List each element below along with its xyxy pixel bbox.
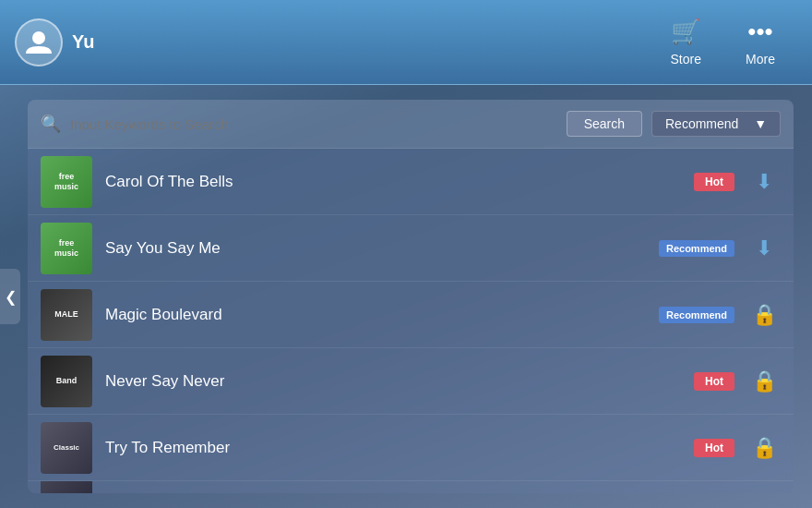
song-list: freemusic Carol Of The Bells Hot ⬇ freem… [28, 149, 794, 493]
download-icon[interactable]: ⬇ [747, 232, 781, 265]
more-icon: ••• [747, 18, 772, 46]
svg-point-0 [32, 31, 45, 44]
hot-badge: Hot [694, 372, 734, 391]
table-row: Classic Try To Remember Hot 🔒 [28, 415, 794, 481]
download-icon[interactable]: ⬇ [747, 165, 781, 199]
left-arrow[interactable]: ❮ [0, 269, 20, 324]
header: Yu 🛒 Store ••• More [0, 0, 812, 85]
table-row: freemusic Carol Of The Bells Hot ⬇ [28, 149, 794, 215]
more-button[interactable]: ••• More [723, 8, 797, 76]
song-thumbnail-partial [41, 481, 92, 493]
lock-icon[interactable]: 🔒 [747, 298, 781, 332]
content-panel: 🔍 Search Recommend ▼ freemusic Carol Of … [28, 100, 794, 493]
song-thumbnail: Classic [41, 422, 92, 474]
song-title: Carol Of The Bells [105, 173, 681, 191]
song-title: Say You Say Me [105, 239, 646, 258]
table-row: MALE Magic Boulevard Recommend 🔒 [28, 282, 794, 348]
chevron-down-icon: ▼ [754, 116, 767, 131]
store-icon: 🛒 [671, 18, 700, 46]
song-title: Magic Boulevard [105, 306, 646, 324]
search-input[interactable] [70, 116, 557, 132]
lock-icon[interactable]: 🔒 [747, 365, 781, 398]
user-section: Yu [15, 18, 649, 67]
recommend-badge: Recommend [659, 307, 734, 323]
main-area: ❮ 🔍 Search Recommend ▼ freemusic Carol O… [0, 85, 812, 508]
song-thumbnail: MALE [41, 289, 92, 341]
search-button[interactable]: Search [567, 111, 642, 137]
search-icon: 🔍 [41, 114, 61, 134]
hot-badge: Hot [694, 173, 734, 191]
song-thumbnail: freemusic [41, 156, 92, 208]
song-title: Never Say Never [105, 372, 681, 391]
recommend-badge: Recommend [659, 240, 734, 257]
more-label: More [746, 52, 775, 67]
song-title: Try To Remember [105, 439, 681, 457]
store-button[interactable]: 🛒 Store [649, 8, 723, 76]
table-row: freemusic Say You Say Me Recommend ⬇ [28, 215, 794, 282]
username: Yu [72, 31, 94, 53]
lock-icon[interactable]: 🔒 [747, 431, 781, 465]
search-bar: 🔍 Search Recommend ▼ [28, 100, 794, 149]
store-label: Store [671, 52, 701, 67]
recommend-label: Recommend [665, 116, 738, 131]
song-thumbnail: freemusic [41, 223, 92, 274]
header-actions: 🛒 Store ••• More [649, 8, 797, 76]
table-row: Band Never Say Never Hot 🔒 [28, 348, 794, 415]
song-thumbnail: Band [41, 356, 92, 407]
avatar [15, 18, 63, 67]
hot-badge: Hot [694, 439, 734, 457]
table-row-partial [28, 481, 794, 493]
recommend-dropdown[interactable]: Recommend ▼ [651, 111, 781, 137]
